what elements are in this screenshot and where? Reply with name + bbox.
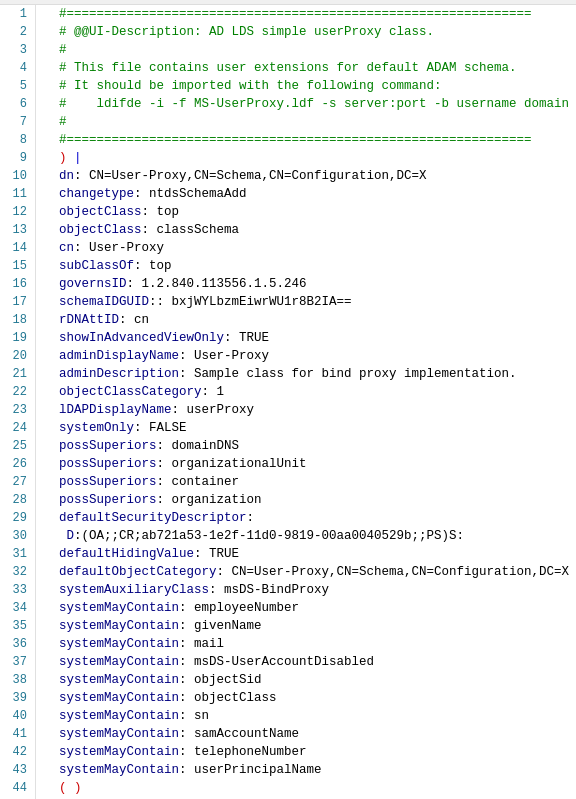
line-number: 27: [4, 473, 27, 491]
code-line: #=======================================…: [44, 131, 568, 149]
code-line: defaultObjectCategory: CN=User-Proxy,CN=…: [44, 563, 568, 581]
code-line: schemaIDGUID:: bxjWYLbzmEiwrWU1r8B2IA==: [44, 293, 568, 311]
line-number: 18: [4, 311, 27, 329]
line-number: 14: [4, 239, 27, 257]
code-line: # ldifde -i -f MS-UserProxy.ldf -s serve…: [44, 95, 568, 113]
code-line: D:(OA;;CR;ab721a53-1e2f-11d0-9819-00aa00…: [44, 527, 568, 545]
code-line: systemMayContain: employeeNumber: [44, 599, 568, 617]
line-number: 4: [4, 59, 27, 77]
line-number: 25: [4, 437, 27, 455]
line-number: 3: [4, 41, 27, 59]
line-number: 10: [4, 167, 27, 185]
code-line: lDAPDisplayName: userProxy: [44, 401, 568, 419]
code-line: ( ): [44, 779, 568, 797]
code-line: objectClass: classSchema: [44, 221, 568, 239]
line-number: 17: [4, 293, 27, 311]
line-numbers: 1234567891011121314151617181920212223242…: [0, 5, 36, 799]
line-number: 2: [4, 23, 27, 41]
code-container: 1234567891011121314151617181920212223242…: [0, 0, 576, 799]
line-number: 34: [4, 599, 27, 617]
code-line: systemMayContain: givenName: [44, 617, 568, 635]
line-number: 21: [4, 365, 27, 383]
line-number: 12: [4, 203, 27, 221]
code-line: objectClass: top: [44, 203, 568, 221]
line-number: 5: [4, 77, 27, 95]
code-line: governsID: 1.2.840.113556.1.5.246: [44, 275, 568, 293]
line-number: 43: [4, 761, 27, 779]
line-number: 19: [4, 329, 27, 347]
code-line: systemMayContain: samAccountName: [44, 725, 568, 743]
line-number: 33: [4, 581, 27, 599]
code-line: systemAuxiliaryClass: msDS-BindProxy: [44, 581, 568, 599]
code-line: # It should be imported with the followi…: [44, 77, 568, 95]
line-number: 15: [4, 257, 27, 275]
code-line: ) |: [44, 149, 568, 167]
code-line: systemMayContain: mail: [44, 635, 568, 653]
code-line: adminDisplayName: User-Proxy: [44, 347, 568, 365]
code-line: possSuperiors: organization: [44, 491, 568, 509]
code-line: systemMayContain: objectSid: [44, 671, 568, 689]
line-number: 36: [4, 635, 27, 653]
line-number: 16: [4, 275, 27, 293]
code-line: systemMayContain: msDS-UserAccountDisabl…: [44, 653, 568, 671]
line-number: 24: [4, 419, 27, 437]
code-line: dn: CN=User-Proxy,CN=Schema,CN=Configura…: [44, 167, 568, 185]
line-number: 7: [4, 113, 27, 131]
line-number: 22: [4, 383, 27, 401]
line-number: 39: [4, 689, 27, 707]
code-line: systemOnly: FALSE: [44, 419, 568, 437]
code-line: #=======================================…: [44, 5, 568, 23]
code-line: defaultSecurityDescriptor:: [44, 509, 568, 527]
line-number: 44: [4, 779, 27, 797]
code-line: possSuperiors: organizationalUnit: [44, 455, 568, 473]
line-number: 13: [4, 221, 27, 239]
code-line: showInAdvancedViewOnly: TRUE: [44, 329, 568, 347]
line-number: 38: [4, 671, 27, 689]
code-line: subClassOf: top: [44, 257, 568, 275]
line-number: 6: [4, 95, 27, 113]
line-number: 23: [4, 401, 27, 419]
line-number: 1: [4, 5, 27, 23]
code-lines[interactable]: #=======================================…: [36, 5, 576, 799]
code-line: systemMayContain: sn: [44, 707, 568, 725]
code-line: possSuperiors: container: [44, 473, 568, 491]
code-line: # This file contains user extensions for…: [44, 59, 568, 77]
code-line: # @@UI-Description: AD LDS simple userPr…: [44, 23, 568, 41]
line-number: 32: [4, 563, 27, 581]
line-number: 31: [4, 545, 27, 563]
code-line: changetype: ntdsSchemaAdd: [44, 185, 568, 203]
line-number: 26: [4, 455, 27, 473]
line-number: 29: [4, 509, 27, 527]
code-line: systemMayContain: telephoneNumber: [44, 743, 568, 761]
line-number: 35: [4, 617, 27, 635]
code-line: adminDescription: Sample class for bind …: [44, 365, 568, 383]
code-line: rDNAttID: cn: [44, 311, 568, 329]
line-number: 40: [4, 707, 27, 725]
code-line: #: [44, 113, 568, 131]
code-line: cn: User-Proxy: [44, 239, 568, 257]
line-number: 20: [4, 347, 27, 365]
line-number: 41: [4, 725, 27, 743]
line-number: 11: [4, 185, 27, 203]
code-line: possSuperiors: domainDNS: [44, 437, 568, 455]
line-number: 8: [4, 131, 27, 149]
code-area: 1234567891011121314151617181920212223242…: [0, 5, 576, 799]
line-number: 37: [4, 653, 27, 671]
code-line: defaultHidingValue: TRUE: [44, 545, 568, 563]
line-number: 42: [4, 743, 27, 761]
code-line: systemMayContain: objectClass: [44, 689, 568, 707]
line-number: 28: [4, 491, 27, 509]
code-line: systemMayContain: userPrincipalName: [44, 761, 568, 779]
line-number: 30: [4, 527, 27, 545]
code-line: #: [44, 41, 568, 59]
code-line: objectClassCategory: 1: [44, 383, 568, 401]
line-number: 9: [4, 149, 27, 167]
